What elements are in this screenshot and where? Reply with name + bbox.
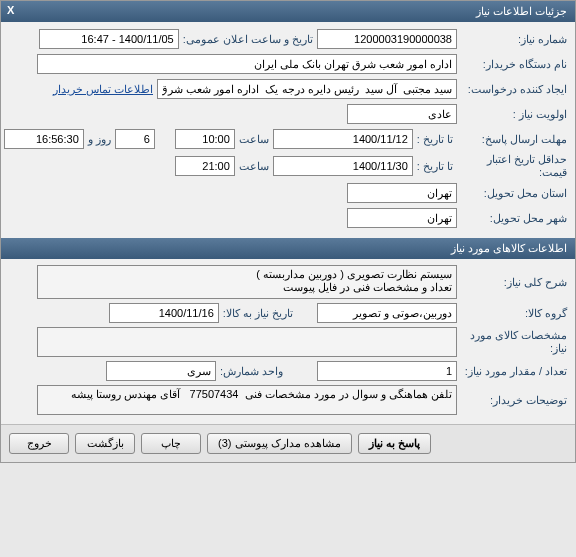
items-form: شرح کلی نیاز: گروه کالا: تاریخ نیاز به ک… <box>1 259 575 424</box>
print-button[interactable]: چاپ <box>141 433 201 454</box>
field-specs <box>37 327 457 357</box>
label-hour-2: ساعت <box>235 160 273 173</box>
field-buyer-org <box>37 54 457 74</box>
field-request-creator <box>157 79 457 99</box>
items-header: اطلاعات کالاهای مورد نیاز <box>1 238 575 259</box>
label-group: گروه کالا: <box>457 307 567 320</box>
main-form: شماره نیاز: تاریخ و ساعت اعلان عمومی: نا… <box>1 22 575 238</box>
field-deadline-time <box>175 129 235 149</box>
main-header-title: جزئیات اطلاعات نیاز <box>476 5 567 17</box>
field-validity-date <box>273 156 413 176</box>
label-priority: اولویت نیاز : <box>457 108 567 121</box>
respond-button[interactable]: پاسخ به نیاز <box>358 433 431 454</box>
field-unit <box>106 361 216 381</box>
field-quantity <box>317 361 457 381</box>
label-city: شهر محل تحویل: <box>457 212 567 225</box>
field-summary <box>37 265 457 299</box>
items-header-title: اطلاعات کالاهای مورد نیاز <box>451 242 567 254</box>
main-header: جزئیات اطلاعات نیاز X <box>1 1 575 22</box>
attachments-button[interactable]: مشاهده مدارک پیوستی (3) <box>207 433 352 454</box>
label-need-number: شماره نیاز: <box>457 33 567 46</box>
label-validity: حداقل تاریخ اعتبار قیمت: <box>457 153 567 179</box>
field-buyer-notes <box>37 385 457 415</box>
label-to-date-2: تا تاریخ : <box>413 160 457 173</box>
label-days-and: روز و <box>84 133 115 146</box>
label-province: استان محل تحویل: <box>457 187 567 200</box>
label-need-by: تاریخ نیاز به کالا: <box>219 307 297 320</box>
label-remaining: ساعت باقی مانده <box>0 133 4 146</box>
field-remaining-days <box>115 129 155 149</box>
buyer-contact-link[interactable]: اطلاعات تماس خریدار <box>53 83 153 96</box>
field-city <box>347 208 457 228</box>
label-summary: شرح کلی نیاز: <box>457 276 567 289</box>
exit-button[interactable]: خروج <box>9 433 69 454</box>
field-need-by <box>109 303 219 323</box>
footer-bar: خروج بازگشت چاپ مشاهده مدارک پیوستی (3) … <box>1 424 575 462</box>
label-announce-date: تاریخ و ساعت اعلان عمومی: <box>179 33 317 46</box>
field-validity-time <box>175 156 235 176</box>
close-icon[interactable]: X <box>7 4 14 16</box>
field-group <box>317 303 457 323</box>
field-need-number <box>317 29 457 49</box>
field-priority <box>347 104 457 124</box>
label-quantity: تعداد / مقدار مورد نیاز: <box>457 365 567 378</box>
field-deadline-date <box>273 129 413 149</box>
field-province <box>347 183 457 203</box>
label-deadline: مهلت ارسال پاسخ: <box>457 133 567 146</box>
label-buyer-org: نام دستگاه خریدار: <box>457 58 567 71</box>
label-to-date-1: تا تاریخ : <box>413 133 457 146</box>
label-specs: مشخصات کالای مورد نیاز: <box>457 329 567 355</box>
label-request-creator: ایجاد کننده درخواست: <box>457 83 567 96</box>
label-unit: واحد شمارش: <box>216 365 287 378</box>
label-buyer-notes: توضیحات خریدار: <box>457 394 567 407</box>
field-remaining-time <box>4 129 84 149</box>
label-hour-1: ساعت <box>235 133 273 146</box>
field-announce-date <box>39 29 179 49</box>
back-button[interactable]: بازگشت <box>75 433 135 454</box>
need-details-window: جزئیات اطلاعات نیاز X شماره نیاز: تاریخ … <box>0 0 576 463</box>
